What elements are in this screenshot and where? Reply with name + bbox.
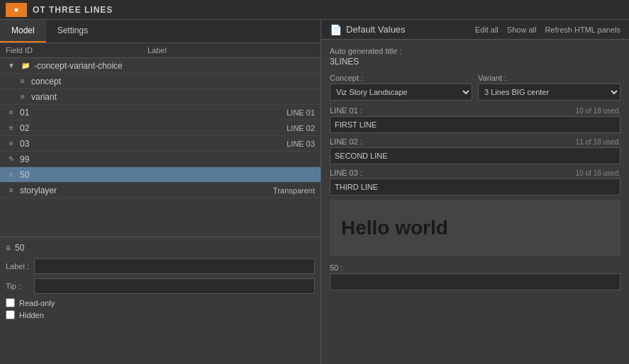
- line02-usage: 11 of 18 used.: [576, 138, 620, 146]
- tree-col-fieldid: Field ID: [6, 46, 147, 55]
- tab-settings[interactable]: Settings: [46, 20, 99, 42]
- line02-header: LINE 02 : 11 of 18 used.: [330, 137, 620, 146]
- tree-item[interactable]: ✎ 99: [0, 152, 321, 167]
- detail-title-text: 50: [15, 243, 24, 253]
- tree-item[interactable]: ≡ 03 LINE 03: [0, 136, 321, 152]
- item-name: 50: [20, 170, 315, 180]
- preview-text: Hello world: [341, 217, 448, 239]
- item-name: -concept-variant-choice: [34, 61, 315, 71]
- bottom-field-section: 50 :: [330, 263, 620, 290]
- item-name: concept: [31, 76, 315, 86]
- field-icon: ≡: [6, 186, 17, 194]
- line03-section: LINE 03 : 10 of 18 used.: [330, 169, 620, 195]
- field-icon: ≡: [17, 77, 28, 85]
- readonly-label: Read-only: [19, 299, 55, 307]
- left-panel: Model Settings Field ID Label ▼ 📁 -conce…: [0, 20, 321, 364]
- edit-all-button[interactable]: Edit all: [475, 25, 499, 34]
- tree-item[interactable]: ≡ concept: [0, 74, 321, 89]
- tree-item-selected[interactable]: ≡ 50: [0, 167, 321, 183]
- tab-model[interactable]: Model: [0, 20, 46, 42]
- show-all-button[interactable]: Show all: [507, 25, 537, 34]
- label-input[interactable]: [34, 258, 315, 274]
- tree-item[interactable]: ≡ 01 LINE 01: [0, 105, 321, 120]
- bottom-field-input[interactable]: [330, 273, 620, 290]
- line03-label: LINE 03 :: [330, 169, 362, 177]
- readonly-checkbox[interactable]: [6, 298, 15, 307]
- concept-select[interactable]: Viz Story Landscape: [330, 84, 472, 101]
- item-name: 02: [20, 123, 286, 133]
- item-name: variant: [31, 92, 315, 102]
- app-header: ■ OT THREE LINES: [0, 0, 629, 20]
- item-name: 99: [20, 154, 315, 164]
- auto-title-value: 3LINES: [330, 57, 620, 67]
- preview-area: Hello world: [330, 200, 620, 256]
- tree-item[interactable]: ≡ 02 LINE 02: [0, 120, 321, 136]
- right-panel-title: Default Values: [346, 24, 406, 35]
- tree-item[interactable]: ▼ 📁 -concept-variant-choice: [0, 58, 321, 74]
- item-name: 01: [20, 108, 286, 118]
- detail-title: ≡ 50: [6, 243, 315, 253]
- item-name: storylayer: [20, 186, 273, 195]
- item-name: 03: [20, 139, 286, 149]
- hidden-row: Hidden: [6, 310, 315, 319]
- field-icon: ≡: [6, 124, 17, 132]
- item-label: Transparent: [273, 186, 315, 195]
- bottom-field-label: 50 :: [330, 263, 620, 272]
- line03-input[interactable]: [330, 178, 620, 195]
- field-icon: ≡: [17, 93, 28, 101]
- variant-select[interactable]: 3 Lines BIG center: [478, 84, 620, 101]
- folder-icon: 📁: [20, 62, 31, 69]
- hidden-label: Hidden: [19, 311, 44, 319]
- tree-item[interactable]: ≡ storylayer Transparent: [0, 183, 321, 198]
- app-title: OT THREE LINES: [33, 5, 113, 15]
- line03-header: LINE 03 : 10 of 18 used.: [330, 169, 620, 177]
- right-panel: 📄 Default Values Edit all Show all Refre…: [321, 20, 629, 364]
- app-logo: ■: [6, 3, 27, 17]
- auto-title-section: Auto generated title : 3LINES: [330, 47, 620, 67]
- detail-panel: ≡ 50 Label : Tip : Read-only Hidden: [0, 237, 321, 364]
- label-field-row: Label :: [6, 258, 315, 274]
- line02-input[interactable]: [330, 147, 620, 164]
- right-header-left: 📄 Default Values: [330, 24, 406, 35]
- concept-label: Concept :: [330, 74, 472, 82]
- field-icon: ≡: [6, 108, 17, 116]
- tabs-row: Model Settings: [0, 20, 321, 43]
- field-icon: ≡: [6, 140, 17, 147]
- line01-section: LINE 01 : 10 of 18 used.: [330, 106, 620, 133]
- variant-label: Variant :: [478, 74, 620, 82]
- concept-variant-row: Concept : Viz Story Landscape Variant : …: [330, 74, 620, 101]
- line01-header: LINE 01 : 10 of 18 used.: [330, 106, 620, 115]
- refresh-html-panels-button[interactable]: Refresh HTML panels: [545, 25, 620, 34]
- tree-col-label: Label: [147, 46, 315, 55]
- default-values-icon: 📄: [330, 24, 342, 35]
- main-layout: Model Settings Field ID Label ▼ 📁 -conce…: [0, 20, 629, 364]
- line01-input[interactable]: [330, 116, 620, 133]
- concept-col: Concept : Viz Story Landscape: [330, 74, 472, 101]
- line01-label: LINE 01 :: [330, 106, 362, 115]
- field-icon: ≡: [6, 171, 17, 178]
- item-label: LINE 01: [286, 108, 315, 117]
- tree-area: ▼ 📁 -concept-variant-choice ≡ concept ≡ …: [0, 58, 321, 237]
- right-content: Auto generated title : 3LINES Concept : …: [321, 40, 629, 364]
- readonly-row: Read-only: [6, 298, 315, 307]
- expand-icon: ▼: [6, 62, 17, 69]
- tip-field-row: Tip :: [6, 278, 315, 294]
- tip-field-label: Tip :: [6, 282, 34, 290]
- line02-section: LINE 02 : 11 of 18 used.: [330, 137, 620, 164]
- tip-input[interactable]: [34, 278, 315, 294]
- tree-item[interactable]: ≡ variant: [0, 89, 321, 105]
- hidden-checkbox[interactable]: [6, 310, 15, 319]
- label-field-label: Label :: [6, 262, 34, 271]
- detail-icon: ≡: [6, 243, 11, 253]
- item-label: LINE 03: [286, 140, 315, 148]
- tree-header: Field ID Label: [0, 43, 321, 58]
- line03-usage: 10 of 18 used.: [576, 169, 620, 177]
- auto-title-label: Auto generated title :: [330, 47, 620, 55]
- right-header-actions: Edit all Show all Refresh HTML panels: [475, 25, 620, 34]
- edit-icon: ✎: [6, 155, 17, 163]
- item-label: LINE 02: [286, 124, 315, 132]
- right-header: 📄 Default Values Edit all Show all Refre…: [321, 20, 629, 40]
- line01-usage: 10 of 18 used.: [576, 107, 620, 115]
- variant-col: Variant : 3 Lines BIG center: [478, 74, 620, 101]
- line02-label: LINE 02 :: [330, 137, 362, 146]
